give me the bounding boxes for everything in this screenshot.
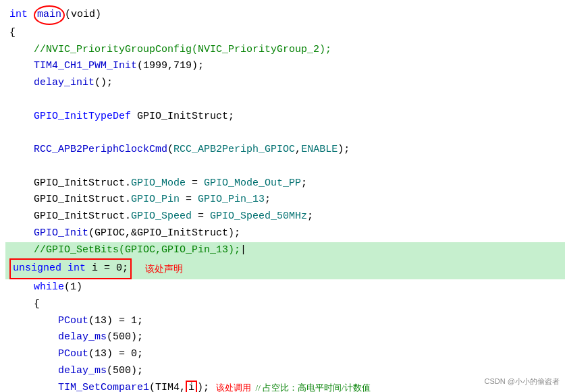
code-line-5: delay_init();	[5, 75, 565, 92]
code-line-23: TIM_SetCompare1(TIM4,i); 该处调用 // 占空比：高电平…	[5, 380, 565, 393]
code-line-7: GPIO_InitTypeDef GPIO_InitStruct;	[5, 109, 565, 125]
func-main: main	[34, 5, 65, 25]
code-line-4: TIM4_CH1_PWM_Init(1999,719);	[5, 58, 565, 75]
code-line-8	[5, 125, 565, 142]
code-line-13: GPIO_InitStruct.GPIO_Speed = GPIO_Speed_…	[5, 208, 565, 225]
code-line-3: //NVIC_PriorityGroupConfig(NVIC_Priority…	[5, 42, 565, 59]
code-editor: int main(void) { //NVIC_PriorityGroupCon…	[0, 0, 565, 392]
annotation-call: 该处调用 // 占空比：高电平时间/计数值	[216, 381, 371, 392]
code-line-19: PCout(13) = 1;	[5, 313, 565, 330]
watermark: CSDN @小小的偷盗者	[485, 376, 560, 387]
code-line-20: delay_ms(500);	[5, 329, 565, 346]
code-line-18: {	[5, 296, 565, 313]
code-line-2: {	[5, 25, 565, 42]
keyword-int: int	[9, 7, 34, 24]
code-line-21: PCout(13) = 0;	[5, 346, 565, 363]
code-line-15: //GPIO_SetBits(GPIOC,GPIO_Pin_13);|	[5, 242, 565, 259]
code-line-16: unsigned int i = 0; 该处声明	[5, 258, 565, 279]
code-line-14: GPIO_Init(GPIOC,&GPIO_InitStruct);	[5, 225, 565, 242]
code-line-9: RCC_APB2PeriphClockCmd(RCC_APB2Periph_GP…	[5, 142, 565, 159]
code-line-10	[5, 159, 565, 175]
code-line-1: int main(void)	[5, 5, 565, 25]
code-line-22: delay_ms(500);	[5, 363, 565, 380]
declaration-box: unsigned int i = 0;	[9, 258, 132, 279]
code-line-17: while(1)	[5, 279, 565, 296]
variable-i-box: i	[186, 381, 197, 392]
main-args: (void)	[65, 7, 101, 24]
annotation-declare: 该处声明	[145, 261, 183, 277]
code-line-11: GPIO_InitStruct.GPIO_Mode = GPIO_Mode_Ou…	[5, 175, 565, 192]
code-line-12: GPIO_InitStruct.GPIO_Pin = GPIO_Pin_13;	[5, 192, 565, 208]
code-line-6	[5, 92, 565, 109]
